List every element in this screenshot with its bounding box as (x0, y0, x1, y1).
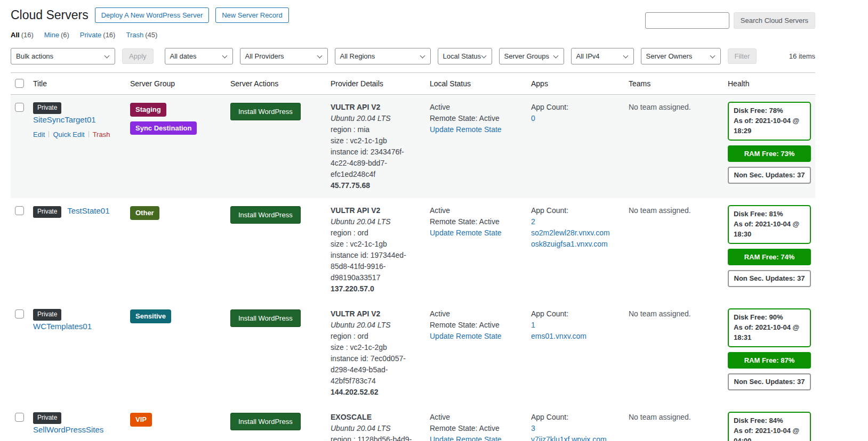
disk-free-as-of: As of: 2021-10-04 @ 18:31 (734, 323, 805, 343)
title-cell: Private SellWordPressSites (33, 412, 130, 436)
update-remote-state-link[interactable]: Update Remote State (430, 435, 502, 441)
server-title-link[interactable]: SiteSyncTarget01 (33, 115, 96, 124)
update-remote-state-link[interactable]: Update Remote State (430, 332, 502, 340)
table-row: Private TestState01 Other Install WordPr… (11, 198, 815, 301)
server-title-link[interactable]: SellWordPressSites (33, 425, 103, 434)
chevron-down-icon (317, 53, 322, 59)
app-count-link[interactable]: 3 (531, 423, 620, 434)
search-cloud-servers-button[interactable]: Search Cloud Servers (734, 12, 815, 29)
local-status-state: Active (430, 205, 523, 216)
disk-free-value: Disk Free: 90% (734, 313, 805, 323)
title-cell: Private SiteSyncTarget01 EditQuick EditT… (33, 102, 130, 140)
row-checkbox[interactable] (15, 206, 24, 215)
row-checkbox[interactable] (15, 413, 24, 422)
app-count-link[interactable]: 0 (531, 113, 620, 124)
regions-filter-select[interactable]: All Regions (335, 48, 431, 64)
remote-state: Remote State: Active (430, 216, 523, 227)
local-status-filter-select[interactable]: Local Status (438, 48, 492, 64)
new-server-record-button[interactable]: New Server Record (215, 7, 288, 23)
chevron-down-icon (222, 53, 227, 59)
title-cell: Private TestState01 (33, 205, 130, 218)
app-count-label: App Count: (531, 103, 568, 111)
install-wordpress-button[interactable]: Install WordPress (230, 103, 301, 120)
non-sec-updates-box: Non Sec. Updates: 37 (728, 373, 811, 390)
trash-link[interactable]: Trash (93, 130, 110, 138)
tab-trash[interactable]: Trash(45) (126, 31, 157, 39)
edit-link[interactable]: Edit (33, 130, 45, 138)
app-domain-link[interactable]: ems01.vnxv.com (531, 331, 620, 342)
table-row: Private SiteSyncTarget01 EditQuick EditT… (11, 95, 815, 198)
dates-filter-select[interactable]: All dates (165, 48, 233, 64)
provider-instance-id: instance id: 197344ed-85d8-41fd-9916-d98… (331, 250, 421, 283)
app-count-label: App Count: (531, 206, 568, 215)
non-sec-updates-box: Non Sec. Updates: 37 (728, 270, 811, 287)
select-all-checkbox[interactable] (15, 79, 24, 88)
column-header-server-group: Server Group (130, 79, 230, 88)
server-title-link[interactable]: TestState01 (67, 206, 109, 215)
update-remote-state-link[interactable]: Update Remote State (430, 228, 502, 237)
bulk-actions-select[interactable]: Bulk actions (11, 48, 115, 64)
provider-instance-id: instance id: 2343476f-4c22-4c89-bdd7-efc… (331, 146, 421, 180)
local-status-cell: Active Remote State: Active Update Remot… (430, 102, 531, 135)
server-groups-filter-select[interactable]: Server Groups (499, 48, 564, 64)
provider-ip: 137.220.57.0 (331, 283, 421, 295)
row-checkbox[interactable] (15, 103, 24, 112)
providers-filter-select[interactable]: All Providers (240, 48, 328, 64)
tab-all[interactable]: All(16) (11, 31, 34, 39)
install-wordpress-button[interactable]: Install WordPress (230, 309, 301, 327)
search-input[interactable] (645, 12, 729, 29)
teams-cell: No team assigned. (629, 412, 728, 423)
server-group-cell: Staging Sync Destination (130, 102, 230, 135)
provider-name: EXOSCALE (331, 412, 421, 423)
disk-free-box: Disk Free: 78% As of: 2021-10-04 @ 18:29 (728, 102, 811, 141)
tab-mine[interactable]: Mine(6) (44, 31, 69, 39)
provider-region: region : ord (331, 227, 421, 239)
apps-cell: App Count: 3 v7iiz7klu1xf.wpvix.com kl3l… (531, 412, 629, 441)
server-group-cell: VIP (130, 412, 230, 427)
provider-name: VULTR API V2 (331, 308, 421, 320)
app-domain-link[interactable]: v7iiz7klu1xf.wpvix.com (531, 434, 620, 441)
chevron-down-icon (420, 53, 425, 59)
apply-button[interactable]: Apply (122, 48, 154, 64)
provider-region: region : mia (331, 124, 421, 135)
app-domain-link[interactable]: so2m2lewl28r.vnxv.com (531, 227, 620, 239)
provider-details-cell: EXOSCALE Ubuntu 20.04 LTS region : 1128b… (331, 412, 430, 441)
server-owners-filter-select[interactable]: Server Owners (641, 48, 721, 64)
app-count-link[interactable]: 1 (531, 320, 620, 331)
install-wordpress-button[interactable]: Install WordPress (230, 206, 301, 224)
ram-free-box: RAM Free: 87% (728, 352, 811, 369)
app-count-link[interactable]: 2 (531, 216, 620, 227)
ram-free-box: RAM Free: 74% (728, 249, 811, 266)
install-wordpress-button[interactable]: Install WordPress (230, 413, 301, 430)
local-status-cell: Active Remote State: Active Update Remot… (430, 412, 531, 441)
local-status-state: Active (430, 412, 523, 423)
provider-name: VULTR API V2 (331, 205, 421, 216)
app-domain-link[interactable]: osk8zuigfsa1.vnxv.com (531, 239, 620, 250)
deploy-wordpress-server-button[interactable]: Deploy A New WordPress Server (95, 7, 210, 23)
table-row: Private WCTemplates01 Sensitive Install … (11, 301, 815, 405)
tab-private[interactable]: Private(16) (80, 31, 116, 39)
filter-button[interactable]: Filter (728, 48, 757, 64)
app-count-label: App Count: (531, 309, 568, 318)
health-cell: Disk Free: 78% As of: 2021-10-04 @ 18:29… (728, 102, 819, 184)
update-remote-state-link[interactable]: Update Remote State (430, 125, 502, 134)
search-area: Search Cloud Servers (645, 12, 815, 29)
items-count: 16 items (789, 52, 815, 60)
apps-cell: App Count: 1 ems01.vnxv.com (531, 308, 629, 342)
quick-edit-link[interactable]: Quick Edit (53, 130, 84, 138)
title-cell: Private WCTemplates01 (33, 308, 130, 332)
private-badge: Private (33, 102, 61, 114)
chevron-down-icon (105, 53, 110, 59)
server-title-link[interactable]: WCTemplates01 (33, 322, 92, 331)
view-tabs: All(16) Mine(6) Private(16) Trash(45) (11, 31, 815, 39)
ipv4-filter-select[interactable]: All IPv4 (571, 48, 634, 64)
provider-region: region : 1128bd56-b4d9-4ac6-a7b9-c715b18… (331, 434, 421, 441)
provider-details-cell: VULTR API V2 Ubuntu 20.04 LTS region : m… (331, 102, 430, 191)
servers-table: Title Server Group Server Actions Provid… (11, 72, 815, 441)
provider-details-cell: VULTR API V2 Ubuntu 20.04 LTS region : o… (331, 205, 430, 295)
provider-size: size : vc2-1c-1gb (331, 239, 421, 250)
apps-cell: App Count: 0 (531, 102, 629, 124)
provider-region: region : ord (331, 331, 421, 342)
row-checkbox[interactable] (15, 309, 24, 318)
server-actions-cell: Install WordPress (230, 308, 331, 327)
